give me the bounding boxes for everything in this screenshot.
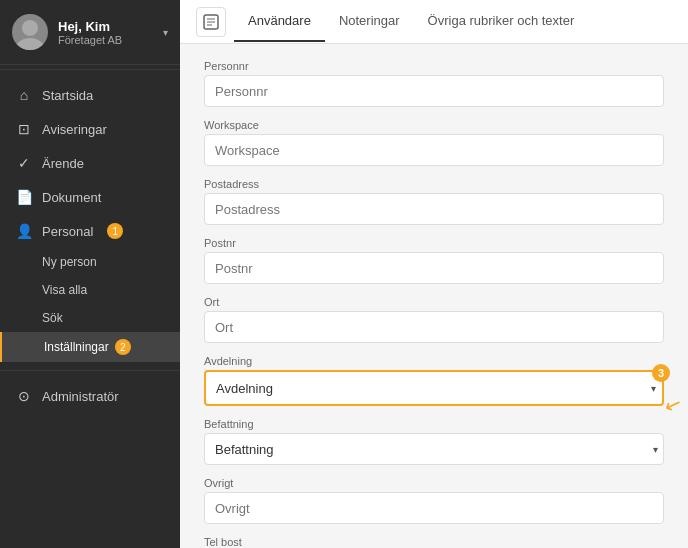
annotation-arrow: ↙ — [661, 390, 685, 418]
sidebar-item-label: Dokument — [42, 190, 101, 205]
form-icon — [196, 7, 226, 37]
sidebar-item-aviseringar[interactable]: ⊡ Aviseringar — [0, 112, 180, 146]
annotation-3-badge: 3 — [652, 364, 670, 382]
divider — [0, 69, 180, 70]
tab-bar: Användare Noteringar Övriga rubriker och… — [180, 0, 688, 44]
divider-2 — [0, 370, 180, 371]
user-name: Hej, Kim — [58, 19, 153, 34]
main-content: Användare Noteringar Övriga rubriker och… — [180, 0, 688, 548]
sidebar-sub-item-sok[interactable]: Sök — [0, 304, 180, 332]
check-icon: ✓ — [16, 155, 32, 171]
sidebar-item-label: Ärende — [42, 156, 84, 171]
sidebar-item-dokument[interactable]: 📄 Dokument — [0, 180, 180, 214]
field-workspace: Workspace — [204, 119, 664, 166]
sidebar-nav: ⌂ Startsida ⊡ Aviseringar ✓ Ärende 📄 Dok… — [0, 74, 180, 548]
field-ovrigt: Ovrigt — [204, 477, 664, 524]
sidebar-header: Hej, Kim Företaget AB ▾ — [0, 0, 180, 65]
field-befattning: Befattning Befattning ▾ — [204, 418, 664, 465]
sidebar-item-label: Personal — [42, 224, 93, 239]
form-area: Personnr Workspace Postadress Postnr Ort… — [180, 44, 688, 548]
field-postnr: Postnr — [204, 237, 664, 284]
person-icon: 👤 — [16, 223, 32, 239]
home-icon: ⌂ — [16, 87, 32, 103]
tab-anvandare[interactable]: Användare — [234, 1, 325, 42]
installningar-badge: 2 — [115, 339, 131, 355]
field-personnr: Personnr — [204, 60, 664, 107]
input-postnr[interactable] — [204, 252, 664, 284]
label-workspace: Workspace — [204, 119, 664, 131]
tab-ovriga[interactable]: Övriga rubriker och texter — [414, 1, 589, 42]
tab-noteringar[interactable]: Noteringar — [325, 1, 414, 42]
input-personnr[interactable] — [204, 75, 664, 107]
input-workspace[interactable] — [204, 134, 664, 166]
sidebar-item-label: Aviseringar — [42, 122, 107, 137]
svg-point-0 — [22, 20, 38, 36]
document-icon: 📄 — [16, 189, 32, 205]
avdelning-wrapper: Avdelning ▾ 3 — [204, 370, 664, 406]
input-ort[interactable] — [204, 311, 664, 343]
sidebar-sub-item-installningar[interactable]: Inställningar 2 — [0, 332, 180, 362]
sidebar-item-administrator[interactable]: ⊙ Administratör — [0, 379, 180, 413]
select-befattning[interactable]: Befattning — [204, 433, 664, 465]
field-tel-bost: Tel bost — [204, 536, 664, 548]
sidebar-item-startsida[interactable]: ⌂ Startsida — [0, 78, 180, 112]
chevron-down-icon[interactable]: ▾ — [163, 27, 168, 38]
label-befattning: Befattning — [204, 418, 664, 430]
field-avdelning: Avdelning Avdelning ▾ 3 ↙ — [204, 355, 664, 406]
label-personnr: Personnr — [204, 60, 664, 72]
sidebar-item-personal[interactable]: 👤 Personal 1 — [0, 214, 180, 248]
label-ovrigt: Ovrigt — [204, 477, 664, 489]
label-tel-bost: Tel bost — [204, 536, 664, 548]
label-postadress: Postadress — [204, 178, 664, 190]
admin-icon: ⊙ — [16, 388, 32, 404]
label-avdelning: Avdelning — [204, 355, 664, 367]
mail-icon: ⊡ — [16, 121, 32, 137]
sidebar-item-arende[interactable]: ✓ Ärende — [0, 146, 180, 180]
label-postnr: Postnr — [204, 237, 664, 249]
befattning-wrapper: Befattning ▾ — [204, 433, 664, 465]
field-ort: Ort — [204, 296, 664, 343]
input-ovrigt[interactable] — [204, 492, 664, 524]
select-avdelning[interactable]: Avdelning — [206, 372, 662, 404]
user-info: Hej, Kim Företaget AB — [58, 19, 153, 46]
field-postadress: Postadress — [204, 178, 664, 225]
sidebar-sub-item-ny-person[interactable]: Ny person — [0, 248, 180, 276]
personal-badge: 1 — [107, 223, 123, 239]
sidebar-sub-item-visa-alla[interactable]: Visa alla — [0, 276, 180, 304]
svg-point-1 — [16, 38, 44, 50]
avatar — [12, 14, 48, 50]
input-postadress[interactable] — [204, 193, 664, 225]
sidebar-item-label: Startsida — [42, 88, 93, 103]
label-ort: Ort — [204, 296, 664, 308]
user-company: Företaget AB — [58, 34, 153, 46]
sidebar: Hej, Kim Företaget AB ▾ ⌂ Startsida ⊡ Av… — [0, 0, 180, 548]
sidebar-item-label: Administratör — [42, 389, 119, 404]
